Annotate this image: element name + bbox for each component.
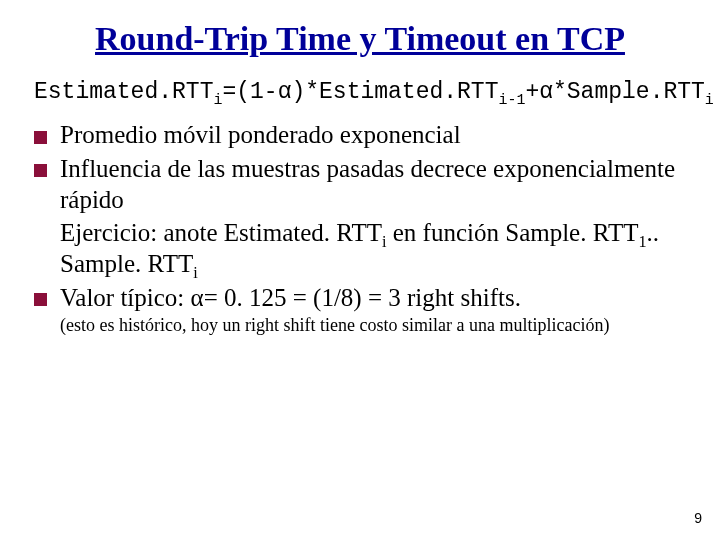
exercise-sub-1: 1: [638, 233, 646, 251]
bullet-text: Promedio móvil ponderado exponencial: [60, 121, 461, 148]
bullet-text-a: Valor típico:: [60, 284, 191, 311]
slide: Round-Trip Time y Timeout en TCP Estimat…: [0, 0, 720, 540]
formula-tail: *Sample.RTT: [553, 79, 705, 105]
historical-note: (esto es histórico, hoy un right shift t…: [34, 315, 686, 337]
bullet-text-b: = 0. 125 = (1/8) = 3 right shifts.: [204, 284, 521, 311]
page-number: 9: [694, 510, 702, 526]
formula-lhs: Estimated.RTT: [34, 79, 213, 105]
exercise-mid: en función Sample. RTT: [387, 219, 639, 246]
formula-alpha1: α: [278, 79, 292, 105]
slide-body: Promedio móvil ponderado exponencial Inf…: [34, 119, 686, 336]
formula-mid1-sub: i-1: [498, 92, 525, 108]
bullet-text: Influencia de las muestras pasadas decre…: [60, 155, 675, 213]
bullet-alpha: α: [191, 284, 204, 311]
slide-title: Round-Trip Time y Timeout en TCP: [34, 20, 686, 57]
bullet-ewma: Promedio móvil ponderado exponencial: [34, 119, 686, 150]
formula-mid1: )*Estimated.RTT: [291, 79, 498, 105]
exercise-sub-i2: i: [193, 264, 198, 282]
formula-eq: =(1-: [222, 79, 277, 105]
ewma-formula: Estimated.RTTi=(1-α)*Estimated.RTTi-1+α*…: [34, 79, 686, 105]
formula-plus: +: [525, 79, 539, 105]
bullet-decay: Influencia de las muestras pasadas decre…: [34, 153, 686, 216]
bullet-typical-alpha: Valor típico: α= 0. 125 = (1/8) = 3 righ…: [34, 282, 686, 313]
formula-alpha2: α: [539, 79, 553, 105]
formula-tail-sub: i: [705, 92, 714, 108]
exercise-label: Ejercicio: anote Estimated. RTT: [60, 219, 382, 246]
exercise-line: Ejercicio: anote Estimated. RTTi en func…: [34, 217, 686, 280]
